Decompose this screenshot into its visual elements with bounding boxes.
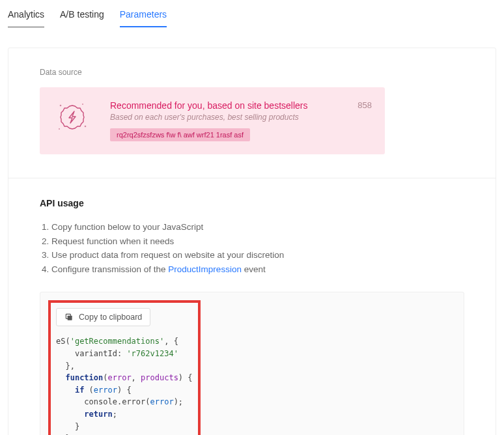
- tab-ab-testing[interactable]: A/B testing: [60, 5, 104, 27]
- api-steps-list: Copy function below to your JavaScript R…: [40, 220, 464, 276]
- recommendation-body: Recommended for you, based on site bests…: [110, 100, 334, 141]
- recommendation-count: 858: [352, 100, 372, 110]
- data-source-label: Data source: [40, 68, 464, 77]
- tab-bar: Analytics A/B testing Parameters: [0, 0, 504, 28]
- api-step-text: event: [242, 264, 266, 274]
- api-step: Request function when it needs: [51, 234, 464, 249]
- recommendation-title: Recommended for you, based on site bests…: [110, 100, 334, 111]
- api-step-text: Configure transmission of the: [51, 264, 168, 274]
- api-step: Configure transmission of the ProductImp…: [51, 262, 464, 277]
- recommendation-chip: rq2rq2sfzsfzws f\w f\ awf wrf21 1rasf as…: [110, 128, 250, 141]
- api-step: Copy function below to your JavaScript: [51, 220, 464, 234]
- bolt-badge-icon: [53, 100, 92, 134]
- content-card: Data source Recommended for you, based o…: [8, 48, 496, 435]
- api-usage-section: API usage Copy function below to your Ja…: [8, 178, 496, 435]
- copy-icon: [64, 313, 74, 322]
- recommendation-banner: Recommended for you, based on site bests…: [40, 87, 385, 154]
- recommendation-subtitle: Based on each user's purchases, best sel…: [110, 113, 334, 122]
- data-source-section: Data source Recommended for you, based o…: [8, 48, 496, 178]
- tab-parameters[interactable]: Parameters: [120, 5, 167, 27]
- code-card: Copy to clipboard eS('getRecommendations…: [40, 292, 464, 435]
- tab-analytics[interactable]: Analytics: [8, 5, 44, 27]
- product-impression-link[interactable]: ProductImpression: [168, 264, 242, 274]
- code-snippet: eS('getRecommendations', { variantId: 'r…: [56, 335, 193, 435]
- svg-point-0: [60, 105, 62, 107]
- api-usage-heading: API usage: [40, 198, 464, 208]
- svg-point-1: [82, 104, 83, 105]
- copy-to-clipboard-button[interactable]: Copy to clipboard: [56, 308, 150, 326]
- copy-button-label: Copy to clipboard: [79, 313, 142, 322]
- svg-point-2: [85, 126, 87, 128]
- api-step: Use product data from request on website…: [51, 248, 464, 262]
- svg-rect-4: [68, 316, 72, 320]
- svg-point-3: [59, 128, 60, 130]
- code-highlight-box: Copy to clipboard eS('getRecommendations…: [48, 300, 201, 435]
